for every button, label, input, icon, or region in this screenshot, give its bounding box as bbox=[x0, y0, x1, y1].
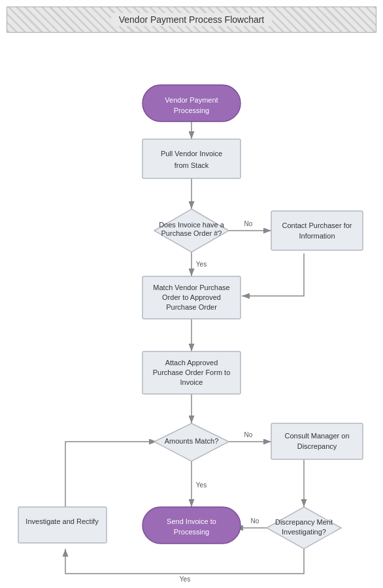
decision1-label1: Does Invoice have a bbox=[159, 221, 225, 229]
contact-shape bbox=[271, 211, 363, 250]
yes-label-3: Yes bbox=[180, 576, 190, 583]
title-bar: Vendor Payment Process Flowchart bbox=[7, 7, 376, 33]
consult-label2: Discrepancy bbox=[297, 442, 337, 450]
no-label-2: No bbox=[244, 431, 253, 438]
step2-label3: Purchase Order bbox=[166, 303, 217, 311]
step1-label1: Pull Vendor Invoice bbox=[161, 150, 222, 157]
decision1-label2: Purchase Order #? bbox=[161, 229, 222, 237]
no-label-3: No bbox=[251, 517, 259, 525]
consult-shape bbox=[271, 423, 363, 459]
step3-label2: Purchase Order Form to bbox=[153, 368, 231, 376]
yes-label-1: Yes bbox=[196, 261, 207, 268]
investigate-label1: Investigate and Rectify bbox=[25, 517, 99, 525]
consult-label1: Consult Manager on bbox=[284, 432, 349, 440]
end-label1: Send Invoice to bbox=[167, 517, 216, 525]
end-shape bbox=[142, 507, 241, 544]
flowchart: No Yes No Yes No Yes Vendor Payment Proc… bbox=[0, 38, 383, 587]
step1-label2: from Stack bbox=[175, 161, 209, 169]
decision2-label: Amounts Match? bbox=[165, 437, 219, 445]
yes-label-2: Yes bbox=[196, 482, 207, 489]
decision3-label1: Discrepancy Merit bbox=[275, 518, 333, 526]
start-label: Vendor Payment bbox=[165, 96, 218, 104]
start-label2: Processing bbox=[174, 106, 209, 114]
step3-label3: Invoice bbox=[180, 378, 203, 386]
step1-shape bbox=[142, 139, 241, 178]
step3-label1: Attach Approved bbox=[165, 359, 218, 367]
contact-label2: Information bbox=[299, 232, 335, 240]
end-label2: Processing bbox=[174, 528, 209, 536]
page-title: Vendor Payment Process Flowchart bbox=[111, 13, 273, 26]
decision3-label2: Investigating? bbox=[282, 528, 326, 536]
no-label-1: No bbox=[244, 220, 253, 227]
step2-label2: Order to Approved bbox=[162, 293, 221, 301]
contact-label1: Contact Purchaser for bbox=[282, 221, 352, 229]
page: Vendor Payment Process Flowchart No Yes … bbox=[0, 0, 383, 588]
step2-label1: Match Vendor Purchase bbox=[153, 284, 229, 291]
